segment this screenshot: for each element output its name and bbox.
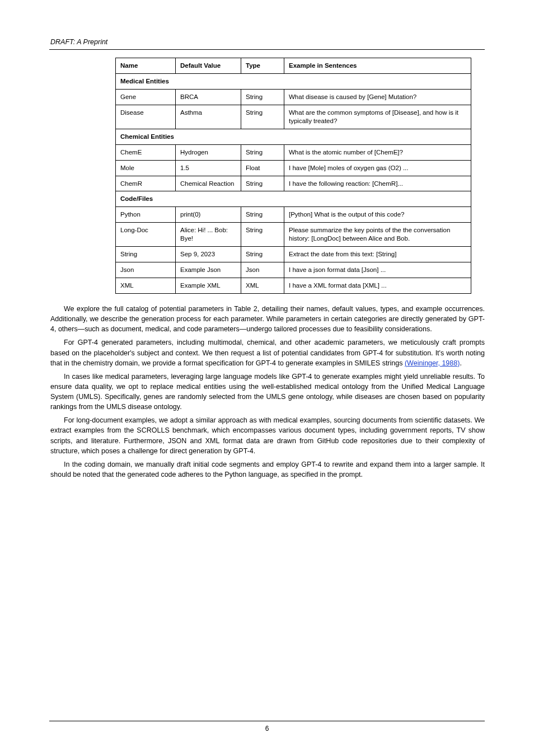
cell-name: ChemR (116, 176, 176, 191)
running-header: DRAFT: A Preprint (50, 38, 485, 46)
cell-default: Sep 9, 2023 (176, 247, 241, 262)
cell-default: print(0) (176, 207, 241, 223)
cell-name: Mole (116, 160, 176, 176)
table-row: Mole 1.5 Float I have [Mole] moles of ox… (116, 160, 471, 176)
paragraph: For GPT-4 generated parameters, includin… (50, 337, 485, 368)
table-row: XML Example XML XML I have a XML format … (116, 278, 471, 294)
cell-example: What disease is caused by [Gene] Mutatio… (284, 89, 471, 105)
cell-name: ChemE (116, 144, 176, 160)
paragraph: In the coding domain, we manually draft … (50, 459, 485, 480)
cell-default: Example Json (176, 262, 241, 278)
cell-name: Python (116, 207, 176, 223)
page-number: 6 (265, 725, 269, 732)
cell-example: I have a json format data [Json] ... (284, 262, 471, 278)
section-row-code: Code/Files (116, 191, 471, 207)
section-row-chemical: Chemical Entities (116, 129, 471, 144)
cell-default: Hydrogen (176, 144, 241, 160)
cell-type: XML (241, 278, 284, 294)
cell-example: Please summarize the key points of the t… (284, 223, 471, 247)
table-row: Json Example Json Json I have a json for… (116, 262, 471, 278)
cell-example: I have a XML format data [XML] ... (284, 278, 471, 294)
cell-default: 1.5 (176, 160, 241, 176)
parameter-table: Name Default Value Type Example in Sente… (115, 58, 471, 294)
section-label: Chemical Entities (116, 129, 471, 144)
cell-example: Extract the date from this text: [String… (284, 247, 471, 262)
header-rule (49, 49, 485, 50)
cell-default: Chemical Reaction (176, 176, 241, 191)
cell-example: I have the following reaction: [ChemR]..… (284, 176, 471, 191)
cell-type: Float (241, 160, 284, 176)
table-row: Long-Doc Alice: Hi! ... Bob: Bye! String… (116, 223, 471, 247)
paragraph: We explore the full catalog of potential… (50, 304, 485, 334)
section-row-medical: Medical Entities (116, 73, 471, 89)
cell-type: String (241, 223, 284, 247)
cell-default: Alice: Hi! ... Bob: Bye! (176, 223, 241, 247)
cell-name: Disease (116, 105, 176, 129)
section-label: Code/Files (116, 191, 471, 207)
th-default: Default Value (176, 58, 241, 74)
table-row: Disease Asthma String What are the commo… (116, 105, 471, 129)
cell-default: BRCA (176, 89, 241, 105)
table-row: Python print(0) String [Python] What is … (116, 207, 471, 223)
paragraph: In cases like medical parameters, levera… (50, 372, 485, 412)
cell-example: What is the atomic number of [ChemE]? (284, 144, 471, 160)
cell-type: String (241, 89, 284, 105)
cell-example: I have [Mole] moles of oxygen gas (O2) .… (284, 160, 471, 176)
cell-default: Example XML (176, 278, 241, 294)
section-label: Medical Entities (116, 73, 471, 89)
body-text: We explore the full catalog of potential… (50, 304, 485, 480)
table-row: String Sep 9, 2023 String Extract the da… (116, 247, 471, 262)
citation-link[interactable]: (Weininger, 1988) (405, 359, 460, 367)
cell-type: String (241, 105, 284, 129)
cell-type: Json (241, 262, 284, 278)
cell-type: String (241, 144, 284, 160)
cell-name: XML (116, 278, 176, 294)
footer-rule (49, 721, 485, 721)
table-row: ChemE Hydrogen String What is the atomic… (116, 144, 471, 160)
cell-default: Asthma (176, 105, 241, 129)
page-footer: 6 (49, 721, 485, 725)
cell-name: Long-Doc (116, 223, 176, 247)
cell-type: String (241, 176, 284, 191)
cell-type: String (241, 207, 284, 223)
cell-name: Gene (116, 89, 176, 105)
cell-type: String (241, 247, 284, 262)
cell-name: String (116, 247, 176, 262)
cell-example: [Python] What is the output of this code… (284, 207, 471, 223)
th-type: Type (241, 58, 284, 74)
table-row: ChemR Chemical Reaction String I have th… (116, 176, 471, 191)
th-name: Name (116, 58, 176, 74)
cell-example: What are the common symptoms of [Disease… (284, 105, 471, 129)
table-header-row: Name Default Value Type Example in Sente… (116, 58, 471, 74)
table-row: Gene BRCA String What disease is caused … (116, 89, 471, 105)
paragraph-text: . (460, 359, 461, 367)
paragraph: For long-document examples, we adopt a s… (50, 415, 485, 456)
th-example: Example in Sentences (284, 58, 471, 74)
cell-name: Json (116, 262, 176, 278)
